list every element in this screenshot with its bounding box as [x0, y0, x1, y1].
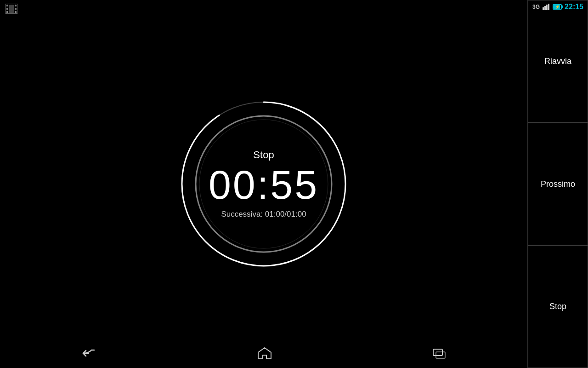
timer-display: 00:55	[199, 165, 328, 205]
recents-button[interactable]	[431, 346, 448, 362]
battery-icon: ⚡	[553, 4, 562, 10]
back-button[interactable]	[79, 346, 98, 362]
svg-rect-6	[15, 11, 17, 13]
svg-rect-5	[6, 11, 8, 13]
stop-button[interactable]: Stop	[528, 245, 588, 368]
svg-rect-11	[548, 4, 549, 10]
riavvia-button[interactable]: Riavvia	[528, 0, 588, 123]
signal-indicator: 3G	[532, 4, 540, 10]
prossimo-button[interactable]: Prossimo	[528, 123, 588, 246]
svg-rect-7	[9, 5, 14, 13]
timer-next-label: Successiva: 01:00/01:00	[199, 210, 328, 219]
svg-rect-10	[546, 5, 548, 10]
svg-rect-1	[6, 5, 8, 6]
signal-bars-icon	[543, 4, 550, 10]
status-time: 22:15	[565, 3, 583, 11]
nav-bar	[0, 340, 527, 368]
timer-area: Stop 00:55 Successiva: 01:00/01:00	[0, 0, 527, 368]
svg-rect-3	[6, 8, 8, 10]
timer-ring: Stop 00:55 Successiva: 01:00/01:00	[176, 97, 351, 271]
sidebar: Riavvia Prossimo Stop	[527, 0, 588, 368]
timer-label: Stop	[199, 149, 328, 161]
svg-rect-8	[543, 7, 544, 10]
svg-rect-4	[15, 8, 17, 10]
film-icon	[6, 4, 17, 16]
status-bar: 3G ⚡ 22:15	[528, 0, 588, 14]
timer-content: Stop 00:55 Successiva: 01:00/01:00	[199, 149, 328, 219]
svg-rect-2	[15, 5, 17, 6]
svg-rect-9	[544, 6, 546, 10]
home-button[interactable]	[256, 346, 273, 362]
